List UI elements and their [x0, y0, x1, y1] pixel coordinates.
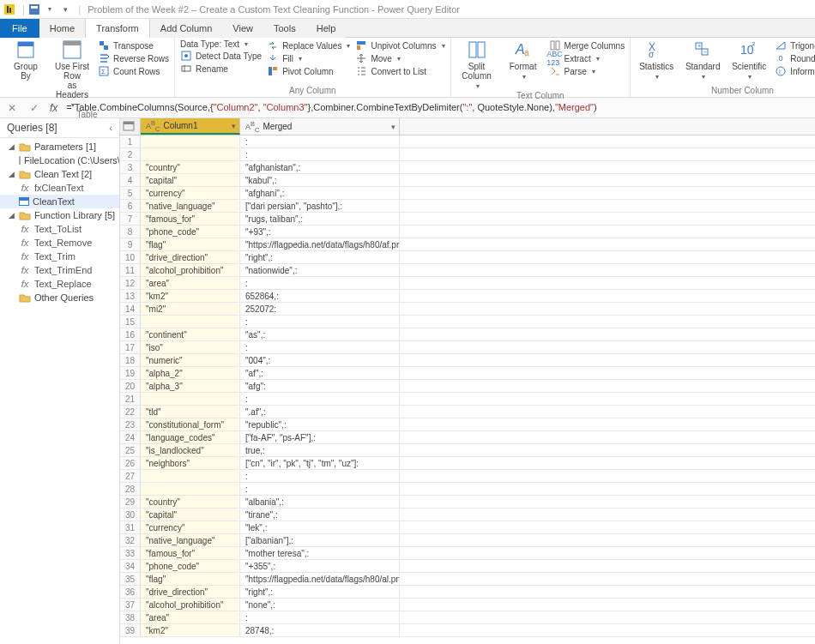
- cell-merged[interactable]: :: [240, 277, 400, 289]
- query-item[interactable]: fxText_TrimEnd: [0, 263, 119, 277]
- extract-button[interactable]: ABC123Extract: [549, 52, 625, 64]
- cell-merged[interactable]: "albania",:: [240, 496, 400, 508]
- formula-cancel-icon[interactable]: ✕: [5, 102, 19, 114]
- row-number[interactable]: 29: [120, 496, 141, 508]
- cell-merged[interactable]: :: [240, 393, 400, 405]
- row-number[interactable]: 7: [120, 213, 141, 225]
- menu-file[interactable]: File: [0, 19, 39, 38]
- menu-view[interactable]: View: [222, 19, 263, 38]
- cell-column1[interactable]: "neighbors": [141, 457, 240, 469]
- data-type-button[interactable]: Data Type: Text: [180, 39, 262, 49]
- row-number[interactable]: 16: [120, 328, 141, 340]
- row-number[interactable]: 22: [120, 406, 141, 418]
- query-item[interactable]: CleanText: [0, 195, 119, 208]
- cell-merged[interactable]: 252072:: [240, 303, 400, 315]
- row-number[interactable]: 21: [120, 393, 141, 405]
- cell-merged[interactable]: "tirane",:: [240, 509, 400, 521]
- formula-text[interactable]: = Table.CombineColumns(Source,{"Column2"…: [66, 102, 810, 113]
- table-row[interactable]: 10"drive_direction""right",:: [120, 251, 815, 264]
- cell-merged[interactable]: ".af",:: [240, 406, 400, 418]
- row-number[interactable]: 14: [120, 303, 141, 315]
- cell-merged[interactable]: "+355",:: [240, 560, 400, 572]
- row-number[interactable]: 35: [120, 573, 141, 585]
- table-row[interactable]: 24"language_codes"["fa-AF", "ps-AF"],:: [120, 431, 815, 444]
- cell-merged[interactable]: ["albanian"],:: [240, 534, 400, 546]
- query-group[interactable]: ◢Clean Text [2]: [0, 167, 119, 181]
- cell-merged[interactable]: true,:: [240, 444, 400, 456]
- menu-tools[interactable]: Tools: [263, 19, 306, 38]
- cell-merged[interactable]: :: [240, 483, 400, 495]
- cell-merged[interactable]: "nationwide",:: [240, 264, 400, 276]
- cell-merged[interactable]: "mother teresa",:: [240, 547, 400, 559]
- reverse-rows-button[interactable]: Reverse Rows: [98, 52, 169, 64]
- cell-column1[interactable]: "famous_for": [141, 547, 240, 559]
- table-row[interactable]: 2:: [120, 148, 815, 161]
- cell-column1[interactable]: "km2": [141, 624, 240, 636]
- table-row[interactable]: 8"phone_code""+93",:: [120, 226, 815, 238]
- table-row[interactable]: 13"km2"652864,:: [120, 290, 815, 303]
- row-number[interactable]: 18: [120, 354, 141, 366]
- table-row[interactable]: 7"famous_for""rugs, taliban",:: [120, 213, 815, 226]
- row-number[interactable]: 27: [120, 470, 141, 482]
- cell-column1[interactable]: "drive_direction": [141, 251, 240, 263]
- query-group[interactable]: ◢Function Library [5]: [0, 208, 119, 222]
- table-row[interactable]: 9"flag""https://flagpedia.net/data/flags…: [120, 238, 815, 251]
- menu-help[interactable]: Help: [306, 19, 347, 38]
- split-column-button[interactable]: Split Column: [456, 39, 498, 90]
- row-number[interactable]: 10: [120, 251, 141, 263]
- row-number[interactable]: 5: [120, 187, 141, 199]
- cell-merged[interactable]: "https://flagpedia.net/data/flags/h80/af…: [240, 238, 400, 250]
- cell-merged[interactable]: "kabul",:: [240, 174, 400, 186]
- cell-merged[interactable]: "right",:: [240, 586, 400, 598]
- collapse-icon[interactable]: ‹: [109, 123, 112, 133]
- cell-column1[interactable]: [141, 316, 240, 328]
- cell-merged[interactable]: "right",:: [240, 251, 400, 263]
- save-icon[interactable]: [28, 3, 40, 15]
- row-number[interactable]: 32: [120, 534, 141, 546]
- replace-values-button[interactable]: Replace Values: [267, 39, 350, 51]
- rename-button[interactable]: Rename: [180, 63, 262, 75]
- row-number[interactable]: 34: [120, 560, 141, 572]
- fx-icon[interactable]: fx: [50, 102, 57, 114]
- table-row[interactable]: 5"currency""afghani",:: [120, 187, 815, 200]
- cell-column1[interactable]: "alcohol_prohibition": [141, 599, 240, 611]
- row-number[interactable]: 23: [120, 418, 141, 430]
- column-header-merged[interactable]: ABCMerged▾: [240, 118, 400, 135]
- query-item[interactable]: FileLocation (C:\Users\…: [0, 153, 119, 167]
- table-row[interactable]: 17"iso":: [120, 341, 815, 354]
- cell-merged[interactable]: :: [240, 148, 400, 160]
- trigonometry-button[interactable]: Trigonometry: [775, 39, 815, 51]
- row-number[interactable]: 26: [120, 457, 141, 469]
- row-number[interactable]: 1: [120, 135, 141, 147]
- cell-column1[interactable]: "is_landlocked": [141, 444, 240, 456]
- table-row[interactable]: 23"constitutional_form""republic",:: [120, 418, 815, 431]
- table-row[interactable]: 28:: [120, 483, 815, 496]
- table-row[interactable]: 29"country""albania",:: [120, 496, 815, 509]
- cell-merged[interactable]: "https://flagpedia.net/data/flags/h80/al…: [240, 573, 400, 585]
- row-number[interactable]: 2: [120, 148, 141, 160]
- row-number[interactable]: 38: [120, 611, 141, 623]
- table-row[interactable]: 30"capital""tirane",:: [120, 509, 815, 521]
- table-row[interactable]: 19"alpha_2""af",:: [120, 367, 815, 380]
- query-item[interactable]: fxText_Trim: [0, 250, 119, 263]
- cell-column1[interactable]: [141, 135, 240, 147]
- query-item[interactable]: fxText_Remove: [0, 236, 119, 250]
- cell-merged[interactable]: "republic",:: [240, 418, 400, 430]
- cell-merged[interactable]: :: [240, 470, 400, 482]
- table-row[interactable]: 39"km2"28748,:: [120, 624, 815, 637]
- table-row[interactable]: 1:: [120, 135, 815, 148]
- column-header-column1[interactable]: ABCColumn1▾: [141, 118, 240, 135]
- qat-more-icon[interactable]: ▾: [59, 3, 71, 15]
- detect-data-type-button[interactable]: Detect Data Type: [180, 50, 262, 62]
- column-dropdown-icon[interactable]: ▾: [232, 122, 236, 130]
- group-by-button[interactable]: Group By: [5, 39, 46, 81]
- cell-merged[interactable]: "afghanistan",:: [240, 161, 400, 173]
- cell-merged[interactable]: "afg":: [240, 380, 400, 392]
- cell-column1[interactable]: "flag": [141, 573, 240, 585]
- table-row[interactable]: 26"neighbors"["cn", "ir", "pk", "tj", "t…: [120, 457, 815, 470]
- column-dropdown-icon[interactable]: ▾: [391, 123, 395, 131]
- cell-merged[interactable]: "rugs, taliban",:: [240, 213, 400, 225]
- cell-merged[interactable]: :: [240, 341, 400, 353]
- menu-add-column[interactable]: Add Column: [150, 19, 223, 38]
- format-button[interactable]: AaFormat: [503, 39, 544, 81]
